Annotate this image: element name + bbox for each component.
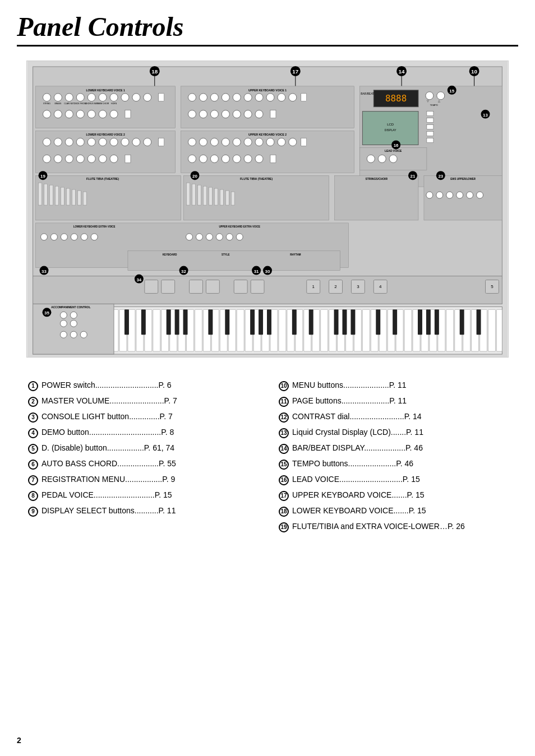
- svg-rect-63: [181, 86, 354, 128]
- svg-text:▽: ▽: [427, 99, 429, 103]
- svg-text:CLARI NET: CLARI NET: [64, 103, 75, 105]
- svg-point-45: [54, 138, 62, 146]
- page-number: 2: [17, 736, 21, 745]
- svg-point-39: [99, 110, 107, 118]
- svg-point-80: [233, 110, 241, 118]
- svg-point-130: [389, 155, 397, 163]
- svg-rect-137: [49, 185, 53, 205]
- svg-rect-163: [424, 175, 502, 220]
- svg-point-103: [255, 155, 263, 163]
- svg-text:5: 5: [491, 284, 494, 289]
- svg-rect-291: [292, 309, 297, 335]
- svg-point-185: [216, 234, 223, 240]
- svg-point-179: [71, 234, 77, 240]
- svg-point-100: [222, 155, 229, 163]
- list-item: 7REGISTRATION MENU.................P. 9: [28, 474, 256, 485]
- legend-text: CONSOLE LIGHT button..............P. 7: [41, 411, 256, 423]
- svg-point-20: [87, 94, 95, 101]
- svg-rect-239: [195, 309, 202, 351]
- svg-point-23: [121, 94, 129, 101]
- svg-point-58: [76, 155, 84, 163]
- svg-point-57: [65, 155, 73, 163]
- svg-point-186: [226, 234, 233, 240]
- legend-text: D. (Disable) button.................P. 6…: [41, 443, 256, 454]
- svg-rect-264: [404, 309, 412, 351]
- legend-text: FLUTE/TIBIA and EXTRA VOICE-LOWER…P. 26: [292, 521, 507, 532]
- svg-rect-148: [187, 183, 190, 205]
- svg-text:10: 10: [471, 68, 478, 75]
- svg-rect-275: [496, 309, 502, 351]
- legend-text: DISPLAY SELECT buttons...........P. 11: [41, 505, 256, 517]
- svg-rect-136: [44, 184, 48, 205]
- svg-text:STRING: STRING: [43, 103, 50, 105]
- legend-num-badge: 18: [279, 507, 289, 517]
- legend-text: MASTER VOLUME.........................P.…: [41, 396, 256, 407]
- svg-point-92: [255, 138, 263, 146]
- svg-rect-75: [301, 94, 307, 101]
- legend-text: TEMPO buttons......................P. 46: [292, 458, 507, 470]
- svg-point-178: [61, 234, 67, 240]
- svg-point-60: [99, 155, 107, 163]
- svg-rect-135: [39, 183, 42, 205]
- svg-rect-200: [33, 276, 502, 304]
- svg-rect-206: [206, 280, 219, 294]
- svg-point-311: [60, 331, 67, 338]
- svg-rect-121: [427, 112, 433, 116]
- svg-point-34: [43, 110, 51, 118]
- page-container: Panel Controls 18 17 14: [0, 0, 535, 549]
- svg-point-168: [436, 192, 443, 198]
- svg-point-17: [54, 94, 62, 101]
- list-item: 9DISPLAY SELECT buttons...........P. 11: [28, 505, 256, 517]
- legend-num-badge: 17: [279, 491, 289, 501]
- svg-text:20: 20: [192, 174, 197, 179]
- svg-rect-159: [335, 175, 418, 220]
- svg-rect-152: [209, 187, 212, 205]
- svg-rect-104: [270, 155, 276, 163]
- svg-text:BRASS: BRASS: [55, 103, 62, 105]
- svg-rect-207: [234, 280, 247, 294]
- legend-num-badge: 10: [279, 381, 289, 391]
- legend-num-badge: 12: [279, 412, 289, 423]
- svg-point-97: [188, 155, 196, 163]
- svg-point-172: [477, 192, 483, 198]
- legend-text: PAGE buttons......................P. 11: [292, 396, 507, 407]
- svg-text:LOWER KEYBOARD VOICE 1: LOWER KEYBOARD VOICE 1: [86, 89, 125, 92]
- svg-text:35: 35: [44, 310, 49, 316]
- legend-text: MENU buttons.....................P. 11: [292, 380, 507, 391]
- svg-text:STRINGS/CHOIR: STRINGS/CHOIR: [366, 177, 388, 180]
- svg-point-129: [378, 155, 386, 163]
- svg-rect-281: [124, 309, 129, 335]
- svg-rect-54: [159, 138, 164, 146]
- svg-point-19: [76, 94, 84, 101]
- svg-rect-249: [279, 309, 286, 351]
- svg-rect-42: [36, 131, 176, 173]
- svg-point-72: [266, 94, 274, 101]
- svg-rect-285: [183, 309, 188, 335]
- svg-rect-153: [214, 188, 218, 205]
- svg-text:FLUTE TIBIA (THEATRE): FLUTE TIBIA (THEATRE): [86, 177, 119, 180]
- svg-rect-188: [128, 251, 340, 271]
- svg-rect-269: [446, 309, 454, 351]
- legend-text: REGISTRATION MENU.................P. 9: [41, 474, 256, 485]
- list-item: 17UPPER KEYBOARD VOICE.......P. 15: [279, 490, 507, 501]
- legend-num-badge: 2: [28, 397, 38, 407]
- legend-num-badge: 6: [28, 460, 38, 470]
- list-item: 10MENU buttons.....................P. 11: [279, 380, 507, 391]
- svg-point-70: [244, 94, 252, 101]
- svg-rect-41: [125, 110, 131, 118]
- svg-rect-138: [55, 186, 58, 205]
- svg-text:31: 31: [254, 269, 259, 274]
- svg-rect-244: [237, 309, 244, 351]
- svg-point-79: [222, 110, 229, 118]
- svg-point-98: [199, 155, 207, 163]
- panel-svg: 18 17 14 10 LOWER KEYBOARD VOICE 1: [27, 61, 508, 357]
- svg-point-102: [244, 155, 252, 163]
- svg-rect-292: [309, 309, 313, 335]
- legend-num-badge: 7: [28, 475, 38, 485]
- legend-num-badge: 9: [28, 507, 38, 517]
- svg-point-77: [199, 110, 207, 118]
- svg-rect-296: [376, 309, 380, 335]
- svg-text:HORN: HORN: [111, 103, 117, 105]
- svg-point-24: [132, 94, 140, 101]
- svg-point-67: [210, 94, 218, 101]
